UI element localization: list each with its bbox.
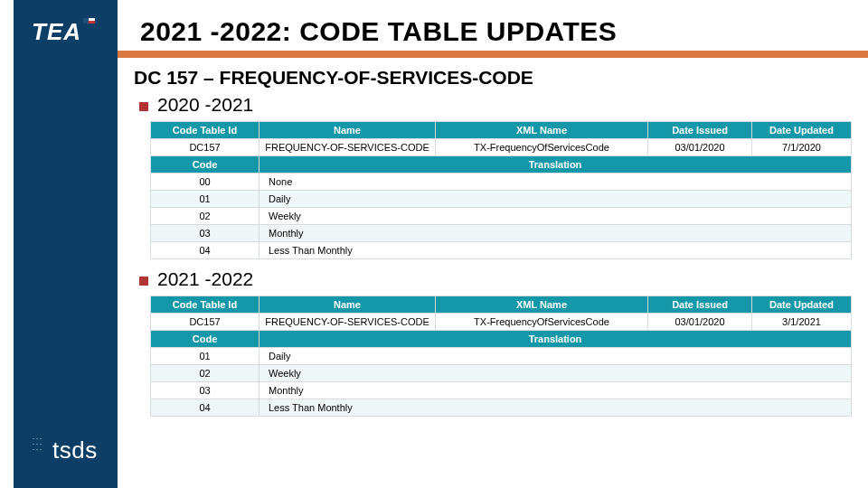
cell-xml: TX-FrequencyOfServicesCode	[436, 139, 648, 156]
cell-translation: Less Than Monthly	[259, 399, 852, 417]
table-row: 02 Weekly	[151, 208, 852, 225]
table-row: 00 None	[151, 174, 852, 191]
cell-updated: 7/1/2020	[752, 139, 852, 156]
table-header-row: Code Table Id Name XML Name Date Issued …	[151, 122, 852, 139]
th-code: Code	[151, 331, 259, 348]
th-date-updated: Date Updated	[752, 122, 852, 139]
table-header-row: Code Table Id Name XML Name Date Issued …	[151, 296, 852, 314]
bullet-square-icon	[139, 277, 148, 286]
table-row: 04 Less Than Monthly	[151, 399, 852, 417]
th-date-updated: Date Updated	[752, 296, 852, 314]
cell-updated: 3/1/2021	[752, 314, 852, 331]
table-row: 03 Monthly	[151, 225, 852, 242]
table-2021-2022: Code Table Id Name XML Name Date Issued …	[150, 296, 857, 417]
cell-translation: None	[259, 174, 852, 191]
orange-rule	[118, 51, 868, 58]
bullet-2021-2022: 2021 -2022	[139, 268, 857, 290]
bullet-2020-2021: 2020 -2021	[139, 94, 857, 116]
cell-code: 04	[151, 242, 259, 259]
cell-code: 03	[151, 382, 259, 399]
texas-flag-icon	[83, 18, 96, 31]
cell-name: FREQUENCY-OF-SERVICES-CODE	[259, 314, 436, 331]
tea-logo-text: TEA	[32, 18, 81, 45]
cell-translation: Monthly	[259, 382, 852, 399]
cell-xml: TX-FrequencyOfServicesCode	[436, 314, 648, 331]
table-row: 01 Daily	[151, 191, 852, 208]
tea-logo: TEA	[32, 18, 96, 46]
tsds-dots-icon	[33, 436, 49, 453]
cell-issued: 03/01/2020	[648, 314, 752, 331]
cell-code: 01	[151, 191, 259, 208]
code-table: Code Table Id Name XML Name Date Issued …	[150, 296, 852, 417]
left-band	[14, 0, 118, 488]
th-xml-name: XML Name	[436, 296, 648, 314]
cell-code: 02	[151, 208, 259, 225]
th-name: Name	[259, 122, 436, 139]
code-table: Code Table Id Name XML Name Date Issued …	[150, 121, 852, 259]
cell-translation: Daily	[259, 348, 852, 365]
cell-code: 03	[151, 225, 259, 242]
table-2020-2021: Code Table Id Name XML Name Date Issued …	[150, 121, 857, 259]
bullet-label: 2021 -2022	[157, 268, 253, 290]
content-area: DC 157 – FREQUENCY-OF-SERVICES-CODE 2020…	[134, 67, 857, 479]
th-xml-name: XML Name	[436, 122, 648, 139]
table-row: 03 Monthly	[151, 382, 852, 399]
table-meta-row: DC157 FREQUENCY-OF-SERVICES-CODE TX-Freq…	[151, 139, 852, 156]
tsds-logo: tsds	[33, 436, 98, 465]
th-translation: Translation	[259, 156, 852, 174]
cell-code: 01	[151, 348, 259, 365]
cell-id: DC157	[151, 314, 259, 331]
th-code: Code	[151, 156, 259, 174]
cell-id: DC157	[151, 139, 259, 156]
cell-translation: Less Than Monthly	[259, 242, 852, 259]
cell-translation: Weekly	[259, 365, 852, 382]
cell-issued: 03/01/2020	[648, 139, 752, 156]
subtitle: DC 157 – FREQUENCY-OF-SERVICES-CODE	[134, 67, 857, 89]
table-meta-row: DC157 FREQUENCY-OF-SERVICES-CODE TX-Freq…	[151, 314, 852, 331]
cell-name: FREQUENCY-OF-SERVICES-CODE	[259, 139, 436, 156]
table-subheader-row: Code Translation	[151, 331, 852, 348]
slide: TEA 2021 -2022: CODE TABLE UPDATES DC 15…	[0, 0, 868, 488]
cell-translation: Monthly	[259, 225, 852, 242]
th-date-issued: Date Issued	[648, 296, 752, 314]
bullet-label: 2020 -2021	[157, 94, 253, 116]
th-name: Name	[259, 296, 436, 314]
bullet-square-icon	[139, 102, 148, 111]
th-date-issued: Date Issued	[648, 122, 752, 139]
table-row: 02 Weekly	[151, 365, 852, 382]
table-row: 04 Less Than Monthly	[151, 242, 852, 259]
page-title: 2021 -2022: CODE TABLE UPDATES	[140, 16, 617, 47]
table-subheader-row: Code Translation	[151, 156, 852, 174]
th-translation: Translation	[259, 331, 852, 348]
table-row: 01 Daily	[151, 348, 852, 365]
cell-code: 04	[151, 399, 259, 417]
cell-code: 00	[151, 174, 259, 191]
th-code-table-id: Code Table Id	[151, 296, 259, 314]
tsds-logo-text: tsds	[52, 436, 98, 464]
cell-translation: Daily	[259, 191, 852, 208]
cell-translation: Weekly	[259, 208, 852, 225]
th-code-table-id: Code Table Id	[151, 122, 259, 139]
cell-code: 02	[151, 365, 259, 382]
